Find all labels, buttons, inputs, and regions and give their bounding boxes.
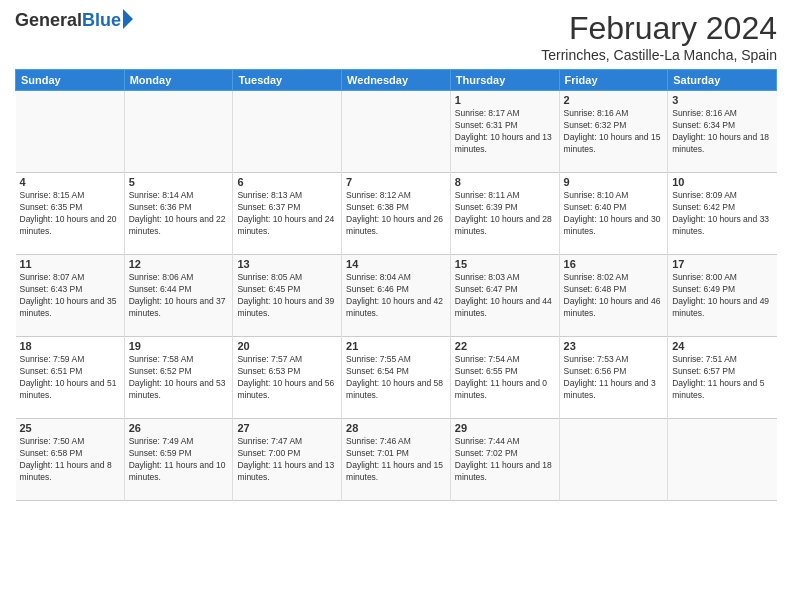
calendar-cell: 28Sunrise: 7:46 AMSunset: 7:01 PMDayligh… (342, 419, 451, 501)
day-number: 7 (346, 176, 446, 188)
day-number: 13 (237, 258, 337, 270)
day-info: Sunrise: 8:04 AMSunset: 6:46 PMDaylight:… (346, 272, 446, 320)
day-number: 6 (237, 176, 337, 188)
calendar-cell: 2Sunrise: 8:16 AMSunset: 6:32 PMDaylight… (559, 91, 668, 173)
calendar-cell: 9Sunrise: 8:10 AMSunset: 6:40 PMDaylight… (559, 173, 668, 255)
day-number: 17 (672, 258, 772, 270)
day-info: Sunrise: 7:55 AMSunset: 6:54 PMDaylight:… (346, 354, 446, 402)
day-info: Sunrise: 8:17 AMSunset: 6:31 PMDaylight:… (455, 108, 555, 156)
day-info: Sunrise: 7:51 AMSunset: 6:57 PMDaylight:… (672, 354, 772, 402)
logo: GeneralBlue (15, 10, 133, 31)
col-wednesday: Wednesday (342, 70, 451, 91)
day-number: 25 (20, 422, 120, 434)
logo-triangle-icon (123, 9, 133, 29)
day-number: 10 (672, 176, 772, 188)
calendar-table: Sunday Monday Tuesday Wednesday Thursday… (15, 69, 777, 501)
location: Terrinches, Castille-La Mancha, Spain (541, 47, 777, 63)
col-saturday: Saturday (668, 70, 777, 91)
day-number: 3 (672, 94, 772, 106)
calendar-cell (668, 419, 777, 501)
day-info: Sunrise: 7:47 AMSunset: 7:00 PMDaylight:… (237, 436, 337, 484)
day-info: Sunrise: 8:07 AMSunset: 6:43 PMDaylight:… (20, 272, 120, 320)
calendar-cell (233, 91, 342, 173)
col-thursday: Thursday (450, 70, 559, 91)
day-number: 20 (237, 340, 337, 352)
logo-blue: Blue (82, 10, 121, 31)
day-info: Sunrise: 8:16 AMSunset: 6:32 PMDaylight:… (564, 108, 664, 156)
day-number: 12 (129, 258, 229, 270)
day-info: Sunrise: 8:03 AMSunset: 6:47 PMDaylight:… (455, 272, 555, 320)
calendar-cell: 8Sunrise: 8:11 AMSunset: 6:39 PMDaylight… (450, 173, 559, 255)
day-number: 27 (237, 422, 337, 434)
page: GeneralBlue February 2024 Terrinches, Ca… (0, 0, 792, 612)
header: GeneralBlue February 2024 Terrinches, Ca… (15, 10, 777, 63)
col-monday: Monday (124, 70, 233, 91)
day-number: 2 (564, 94, 664, 106)
title-block: February 2024 Terrinches, Castille-La Ma… (541, 10, 777, 63)
day-number: 4 (20, 176, 120, 188)
calendar-cell: 6Sunrise: 8:13 AMSunset: 6:37 PMDaylight… (233, 173, 342, 255)
day-number: 29 (455, 422, 555, 434)
header-row: Sunday Monday Tuesday Wednesday Thursday… (16, 70, 777, 91)
day-info: Sunrise: 7:59 AMSunset: 6:51 PMDaylight:… (20, 354, 120, 402)
day-number: 16 (564, 258, 664, 270)
calendar-cell: 26Sunrise: 7:49 AMSunset: 6:59 PMDayligh… (124, 419, 233, 501)
day-number: 5 (129, 176, 229, 188)
day-info: Sunrise: 8:15 AMSunset: 6:35 PMDaylight:… (20, 190, 120, 238)
calendar-cell: 27Sunrise: 7:47 AMSunset: 7:00 PMDayligh… (233, 419, 342, 501)
col-tuesday: Tuesday (233, 70, 342, 91)
day-number: 26 (129, 422, 229, 434)
day-info: Sunrise: 7:49 AMSunset: 6:59 PMDaylight:… (129, 436, 229, 484)
calendar-cell: 12Sunrise: 8:06 AMSunset: 6:44 PMDayligh… (124, 255, 233, 337)
col-friday: Friday (559, 70, 668, 91)
calendar-cell: 23Sunrise: 7:53 AMSunset: 6:56 PMDayligh… (559, 337, 668, 419)
day-number: 22 (455, 340, 555, 352)
day-number: 15 (455, 258, 555, 270)
calendar-cell: 20Sunrise: 7:57 AMSunset: 6:53 PMDayligh… (233, 337, 342, 419)
day-info: Sunrise: 8:14 AMSunset: 6:36 PMDaylight:… (129, 190, 229, 238)
day-info: Sunrise: 7:44 AMSunset: 7:02 PMDaylight:… (455, 436, 555, 484)
calendar-cell: 13Sunrise: 8:05 AMSunset: 6:45 PMDayligh… (233, 255, 342, 337)
logo-general: General (15, 10, 82, 31)
calendar-cell: 5Sunrise: 8:14 AMSunset: 6:36 PMDaylight… (124, 173, 233, 255)
calendar-cell (559, 419, 668, 501)
day-number: 24 (672, 340, 772, 352)
col-sunday: Sunday (16, 70, 125, 91)
calendar-cell: 15Sunrise: 8:03 AMSunset: 6:47 PMDayligh… (450, 255, 559, 337)
calendar-cell: 19Sunrise: 7:58 AMSunset: 6:52 PMDayligh… (124, 337, 233, 419)
calendar-cell (342, 91, 451, 173)
day-info: Sunrise: 8:09 AMSunset: 6:42 PMDaylight:… (672, 190, 772, 238)
day-info: Sunrise: 8:12 AMSunset: 6:38 PMDaylight:… (346, 190, 446, 238)
logo-text: GeneralBlue (15, 10, 133, 31)
calendar-cell (124, 91, 233, 173)
day-info: Sunrise: 8:02 AMSunset: 6:48 PMDaylight:… (564, 272, 664, 320)
day-info: Sunrise: 8:06 AMSunset: 6:44 PMDaylight:… (129, 272, 229, 320)
calendar-cell: 22Sunrise: 7:54 AMSunset: 6:55 PMDayligh… (450, 337, 559, 419)
day-info: Sunrise: 7:57 AMSunset: 6:53 PMDaylight:… (237, 354, 337, 402)
calendar-cell: 3Sunrise: 8:16 AMSunset: 6:34 PMDaylight… (668, 91, 777, 173)
calendar-week-4: 18Sunrise: 7:59 AMSunset: 6:51 PMDayligh… (16, 337, 777, 419)
calendar-week-5: 25Sunrise: 7:50 AMSunset: 6:58 PMDayligh… (16, 419, 777, 501)
day-info: Sunrise: 8:13 AMSunset: 6:37 PMDaylight:… (237, 190, 337, 238)
calendar-cell (16, 91, 125, 173)
calendar-cell: 11Sunrise: 8:07 AMSunset: 6:43 PMDayligh… (16, 255, 125, 337)
calendar-cell: 25Sunrise: 7:50 AMSunset: 6:58 PMDayligh… (16, 419, 125, 501)
day-info: Sunrise: 7:58 AMSunset: 6:52 PMDaylight:… (129, 354, 229, 402)
day-number: 11 (20, 258, 120, 270)
day-number: 19 (129, 340, 229, 352)
day-number: 23 (564, 340, 664, 352)
day-number: 28 (346, 422, 446, 434)
day-info: Sunrise: 7:53 AMSunset: 6:56 PMDaylight:… (564, 354, 664, 402)
day-info: Sunrise: 8:05 AMSunset: 6:45 PMDaylight:… (237, 272, 337, 320)
day-info: Sunrise: 8:11 AMSunset: 6:39 PMDaylight:… (455, 190, 555, 238)
calendar-cell: 7Sunrise: 8:12 AMSunset: 6:38 PMDaylight… (342, 173, 451, 255)
day-info: Sunrise: 7:54 AMSunset: 6:55 PMDaylight:… (455, 354, 555, 402)
day-number: 21 (346, 340, 446, 352)
calendar-cell: 16Sunrise: 8:02 AMSunset: 6:48 PMDayligh… (559, 255, 668, 337)
month-title: February 2024 (541, 10, 777, 47)
calendar-cell: 21Sunrise: 7:55 AMSunset: 6:54 PMDayligh… (342, 337, 451, 419)
day-info: Sunrise: 8:00 AMSunset: 6:49 PMDaylight:… (672, 272, 772, 320)
day-number: 8 (455, 176, 555, 188)
calendar-cell: 4Sunrise: 8:15 AMSunset: 6:35 PMDaylight… (16, 173, 125, 255)
day-info: Sunrise: 8:10 AMSunset: 6:40 PMDaylight:… (564, 190, 664, 238)
